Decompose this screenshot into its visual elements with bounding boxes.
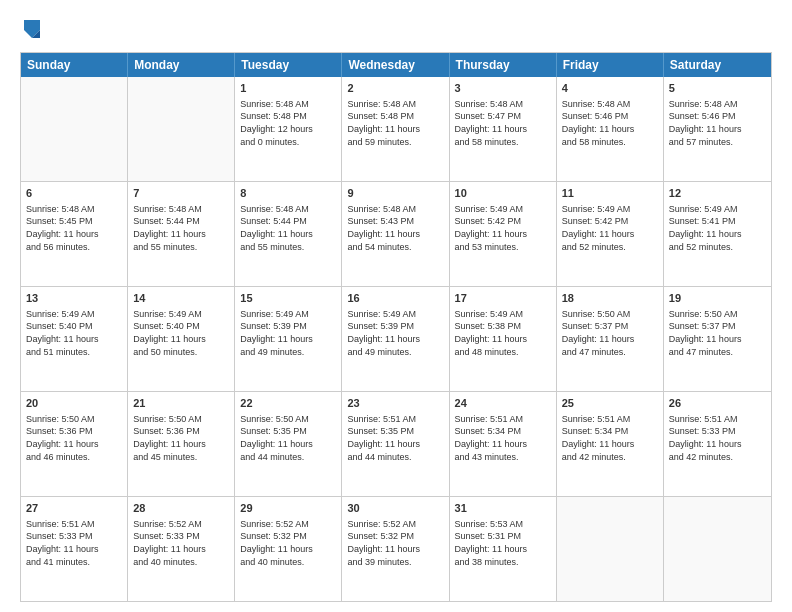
calendar-header: SundayMondayTuesdayWednesdayThursdayFrid… — [21, 53, 771, 77]
day-info: Sunrise: 5:48 AM Sunset: 5:46 PM Dayligh… — [669, 98, 766, 148]
day-number: 12 — [669, 186, 766, 201]
day-number: 15 — [240, 291, 336, 306]
day-info: Sunrise: 5:51 AM Sunset: 5:33 PM Dayligh… — [669, 413, 766, 463]
day-number: 27 — [26, 501, 122, 516]
day-info: Sunrise: 5:51 AM Sunset: 5:34 PM Dayligh… — [562, 413, 658, 463]
day-cell-12: 12Sunrise: 5:49 AM Sunset: 5:41 PM Dayli… — [664, 182, 771, 286]
day-cell-26: 26Sunrise: 5:51 AM Sunset: 5:33 PM Dayli… — [664, 392, 771, 496]
day-info: Sunrise: 5:49 AM Sunset: 5:40 PM Dayligh… — [133, 308, 229, 358]
day-info: Sunrise: 5:49 AM Sunset: 5:38 PM Dayligh… — [455, 308, 551, 358]
day-cell-20: 20Sunrise: 5:50 AM Sunset: 5:36 PM Dayli… — [21, 392, 128, 496]
day-number: 6 — [26, 186, 122, 201]
empty-cell — [128, 77, 235, 181]
day-cell-22: 22Sunrise: 5:50 AM Sunset: 5:35 PM Dayli… — [235, 392, 342, 496]
day-info: Sunrise: 5:50 AM Sunset: 5:37 PM Dayligh… — [562, 308, 658, 358]
day-number: 14 — [133, 291, 229, 306]
day-cell-6: 6Sunrise: 5:48 AM Sunset: 5:45 PM Daylig… — [21, 182, 128, 286]
day-cell-4: 4Sunrise: 5:48 AM Sunset: 5:46 PM Daylig… — [557, 77, 664, 181]
day-info: Sunrise: 5:49 AM Sunset: 5:42 PM Dayligh… — [562, 203, 658, 253]
header-day-sunday: Sunday — [21, 53, 128, 77]
calendar-row-4: 20Sunrise: 5:50 AM Sunset: 5:36 PM Dayli… — [21, 391, 771, 496]
day-number: 24 — [455, 396, 551, 411]
day-info: Sunrise: 5:48 AM Sunset: 5:45 PM Dayligh… — [26, 203, 122, 253]
day-number: 30 — [347, 501, 443, 516]
day-cell-7: 7Sunrise: 5:48 AM Sunset: 5:44 PM Daylig… — [128, 182, 235, 286]
day-number: 23 — [347, 396, 443, 411]
day-cell-31: 31Sunrise: 5:53 AM Sunset: 5:31 PM Dayli… — [450, 497, 557, 601]
day-info: Sunrise: 5:52 AM Sunset: 5:33 PM Dayligh… — [133, 518, 229, 568]
day-cell-3: 3Sunrise: 5:48 AM Sunset: 5:47 PM Daylig… — [450, 77, 557, 181]
calendar-row-3: 13Sunrise: 5:49 AM Sunset: 5:40 PM Dayli… — [21, 286, 771, 391]
day-cell-19: 19Sunrise: 5:50 AM Sunset: 5:37 PM Dayli… — [664, 287, 771, 391]
day-info: Sunrise: 5:49 AM Sunset: 5:42 PM Dayligh… — [455, 203, 551, 253]
day-number: 29 — [240, 501, 336, 516]
day-cell-1: 1Sunrise: 5:48 AM Sunset: 5:48 PM Daylig… — [235, 77, 342, 181]
day-cell-5: 5Sunrise: 5:48 AM Sunset: 5:46 PM Daylig… — [664, 77, 771, 181]
empty-cell — [664, 497, 771, 601]
day-cell-23: 23Sunrise: 5:51 AM Sunset: 5:35 PM Dayli… — [342, 392, 449, 496]
header-day-friday: Friday — [557, 53, 664, 77]
day-number: 16 — [347, 291, 443, 306]
day-number: 17 — [455, 291, 551, 306]
day-cell-28: 28Sunrise: 5:52 AM Sunset: 5:33 PM Dayli… — [128, 497, 235, 601]
day-cell-30: 30Sunrise: 5:52 AM Sunset: 5:32 PM Dayli… — [342, 497, 449, 601]
empty-cell — [557, 497, 664, 601]
day-info: Sunrise: 5:49 AM Sunset: 5:39 PM Dayligh… — [240, 308, 336, 358]
day-number: 21 — [133, 396, 229, 411]
day-info: Sunrise: 5:48 AM Sunset: 5:48 PM Dayligh… — [347, 98, 443, 148]
header-day-thursday: Thursday — [450, 53, 557, 77]
day-cell-16: 16Sunrise: 5:49 AM Sunset: 5:39 PM Dayli… — [342, 287, 449, 391]
header — [20, 16, 772, 44]
day-number: 18 — [562, 291, 658, 306]
day-number: 11 — [562, 186, 658, 201]
day-number: 10 — [455, 186, 551, 201]
empty-cell — [21, 77, 128, 181]
day-number: 19 — [669, 291, 766, 306]
day-info: Sunrise: 5:52 AM Sunset: 5:32 PM Dayligh… — [240, 518, 336, 568]
day-number: 4 — [562, 81, 658, 96]
day-cell-21: 21Sunrise: 5:50 AM Sunset: 5:36 PM Dayli… — [128, 392, 235, 496]
page: SundayMondayTuesdayWednesdayThursdayFrid… — [0, 0, 792, 612]
calendar-body: 1Sunrise: 5:48 AM Sunset: 5:48 PM Daylig… — [21, 77, 771, 601]
day-cell-11: 11Sunrise: 5:49 AM Sunset: 5:42 PM Dayli… — [557, 182, 664, 286]
day-number: 7 — [133, 186, 229, 201]
day-cell-13: 13Sunrise: 5:49 AM Sunset: 5:40 PM Dayli… — [21, 287, 128, 391]
day-cell-17: 17Sunrise: 5:49 AM Sunset: 5:38 PM Dayli… — [450, 287, 557, 391]
day-cell-2: 2Sunrise: 5:48 AM Sunset: 5:48 PM Daylig… — [342, 77, 449, 181]
day-cell-10: 10Sunrise: 5:49 AM Sunset: 5:42 PM Dayli… — [450, 182, 557, 286]
day-number: 3 — [455, 81, 551, 96]
day-cell-14: 14Sunrise: 5:49 AM Sunset: 5:40 PM Dayli… — [128, 287, 235, 391]
calendar-row-1: 1Sunrise: 5:48 AM Sunset: 5:48 PM Daylig… — [21, 77, 771, 181]
day-info: Sunrise: 5:50 AM Sunset: 5:35 PM Dayligh… — [240, 413, 336, 463]
day-number: 9 — [347, 186, 443, 201]
day-cell-9: 9Sunrise: 5:48 AM Sunset: 5:43 PM Daylig… — [342, 182, 449, 286]
day-cell-15: 15Sunrise: 5:49 AM Sunset: 5:39 PM Dayli… — [235, 287, 342, 391]
day-info: Sunrise: 5:51 AM Sunset: 5:34 PM Dayligh… — [455, 413, 551, 463]
day-number: 28 — [133, 501, 229, 516]
day-cell-8: 8Sunrise: 5:48 AM Sunset: 5:44 PM Daylig… — [235, 182, 342, 286]
day-number: 20 — [26, 396, 122, 411]
day-cell-18: 18Sunrise: 5:50 AM Sunset: 5:37 PM Dayli… — [557, 287, 664, 391]
logo — [20, 16, 46, 44]
day-info: Sunrise: 5:48 AM Sunset: 5:43 PM Dayligh… — [347, 203, 443, 253]
logo-icon — [20, 16, 44, 44]
day-number: 26 — [669, 396, 766, 411]
day-info: Sunrise: 5:48 AM Sunset: 5:47 PM Dayligh… — [455, 98, 551, 148]
day-info: Sunrise: 5:48 AM Sunset: 5:48 PM Dayligh… — [240, 98, 336, 148]
day-info: Sunrise: 5:49 AM Sunset: 5:41 PM Dayligh… — [669, 203, 766, 253]
day-info: Sunrise: 5:49 AM Sunset: 5:39 PM Dayligh… — [347, 308, 443, 358]
day-info: Sunrise: 5:52 AM Sunset: 5:32 PM Dayligh… — [347, 518, 443, 568]
day-number: 5 — [669, 81, 766, 96]
calendar-row-2: 6Sunrise: 5:48 AM Sunset: 5:45 PM Daylig… — [21, 181, 771, 286]
header-day-wednesday: Wednesday — [342, 53, 449, 77]
day-info: Sunrise: 5:48 AM Sunset: 5:44 PM Dayligh… — [133, 203, 229, 253]
day-info: Sunrise: 5:51 AM Sunset: 5:35 PM Dayligh… — [347, 413, 443, 463]
calendar: SundayMondayTuesdayWednesdayThursdayFrid… — [20, 52, 772, 602]
day-info: Sunrise: 5:53 AM Sunset: 5:31 PM Dayligh… — [455, 518, 551, 568]
day-cell-27: 27Sunrise: 5:51 AM Sunset: 5:33 PM Dayli… — [21, 497, 128, 601]
day-info: Sunrise: 5:51 AM Sunset: 5:33 PM Dayligh… — [26, 518, 122, 568]
day-cell-25: 25Sunrise: 5:51 AM Sunset: 5:34 PM Dayli… — [557, 392, 664, 496]
day-number: 25 — [562, 396, 658, 411]
day-info: Sunrise: 5:50 AM Sunset: 5:36 PM Dayligh… — [133, 413, 229, 463]
day-info: Sunrise: 5:49 AM Sunset: 5:40 PM Dayligh… — [26, 308, 122, 358]
